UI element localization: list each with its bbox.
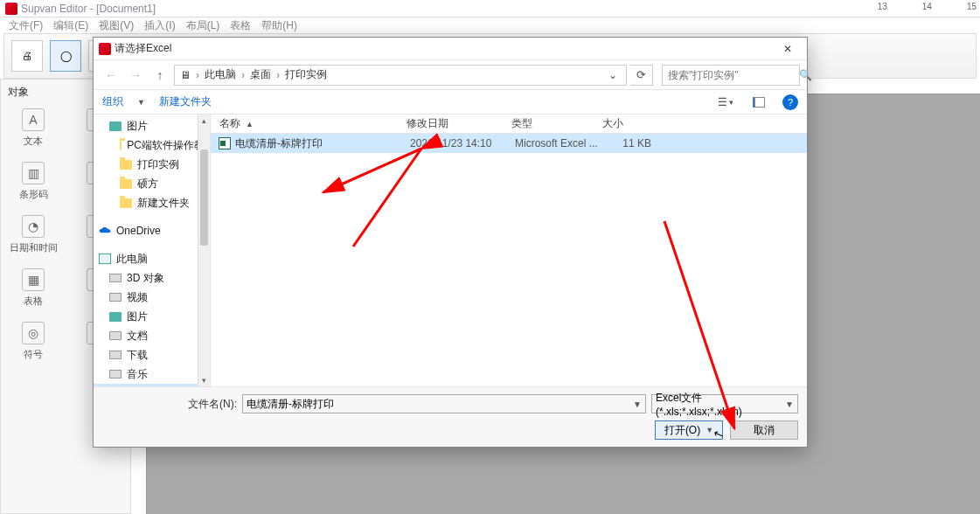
organize-menu[interactable]: 组织 <box>102 94 123 109</box>
tree-label: 图片 <box>127 309 148 324</box>
tree-scrollbar[interactable]: ▴ ▾ <box>198 115 210 386</box>
tool-label: 文本 <box>24 135 43 148</box>
folder-icon <box>120 179 132 189</box>
filename-input[interactable]: 电缆清册-标牌打印▼ <box>242 394 646 413</box>
file-list[interactable]: 电缆清册-标牌打印 2021/11/23 14:10 Microsoft Exc… <box>211 134 807 386</box>
breadcrumb-item[interactable]: 打印实例 <box>285 67 327 82</box>
tree-item[interactable]: 新建文件夹 <box>94 193 210 212</box>
tool-label: 符号 <box>24 348 43 361</box>
cursor-icon: ↖ <box>712 425 726 441</box>
tool-label: 表格 <box>24 295 43 308</box>
chevron-down-icon[interactable]: ▼ <box>633 399 642 409</box>
dialog-titlebar[interactable]: 请选择Excel ✕ <box>94 38 807 60</box>
tree-item[interactable]: 图片 <box>94 307 210 326</box>
tree-label: 图片 <box>127 119 148 134</box>
tree-item[interactable]: 硕方 <box>94 174 210 193</box>
app-title: Supvan Editor - [Document1] <box>21 3 156 15</box>
tree-label: 视频 <box>127 290 148 305</box>
editor-menubar[interactable]: 文件(F)编辑(E)视图(V)插入(I)布局(L)表格帮助(H) <box>0 17 980 33</box>
tool-item[interactable]: ◔日期和时间 <box>1 208 66 261</box>
file-name: 电缆清册-标牌打印 <box>235 136 410 151</box>
nav-forward-icon[interactable]: → <box>125 65 146 86</box>
menu-item[interactable]: 布局(L) <box>183 18 224 33</box>
tree-item[interactable]: OneDrive <box>94 221 210 240</box>
tool-icon: A <box>22 108 45 131</box>
tree-item[interactable]: 视频 <box>94 288 210 307</box>
tree-item[interactable]: 此电脑 <box>94 249 210 268</box>
drive-icon <box>109 274 122 282</box>
breadcrumb-item[interactable]: 此电脑 <box>205 67 236 82</box>
app-logo-icon <box>5 3 17 15</box>
tree-item[interactable]: 文档 <box>94 326 210 345</box>
tree-item[interactable]: 桌面 <box>94 384 210 386</box>
file-type-filter[interactable]: Excel文件(*.xls;*.xlsx;*.xlsm)▼ <box>651 394 798 413</box>
file-open-dialog: 请选择Excel ✕ ← → ↑ 🖥›此电脑›桌面›打印实例⌄ ⟳ 🔍 组织 ▼… <box>93 37 808 448</box>
tree-item[interactable]: 下载 <box>94 345 210 365</box>
toolbar-print-icon[interactable]: 🖨 <box>11 40 43 72</box>
col-name[interactable]: 名称▲ <box>216 116 407 131</box>
chevron-down-icon[interactable]: ⌄ <box>605 69 621 81</box>
tool-item[interactable]: ▦表格 <box>1 261 66 315</box>
folder-icon <box>120 198 132 208</box>
view-mode-icon[interactable]: ☰▾ <box>716 94 735 110</box>
nav-up-icon[interactable]: ↑ <box>149 65 170 86</box>
scroll-thumb[interactable] <box>200 149 208 246</box>
tool-item[interactable]: A文本 <box>1 101 66 155</box>
tree-label: 下载 <box>127 348 148 363</box>
close-icon[interactable]: ✕ <box>774 40 802 58</box>
chevron-down-icon[interactable]: ▼ <box>785 399 794 409</box>
toolbar-camera-icon[interactable]: ◯ <box>50 40 81 72</box>
tree-label: 新建文件夹 <box>137 196 190 211</box>
menu-item[interactable]: 表格 <box>226 18 254 33</box>
preview-pane-icon[interactable] <box>749 94 768 110</box>
folder-tree[interactable]: 图片PC端软件操作教打印实例硕方新建文件夹OneDrive此电脑3D 对象视频图… <box>94 115 211 386</box>
file-date: 2021/11/23 14:10 <box>410 137 515 149</box>
drive-icon <box>109 331 122 340</box>
tool-item[interactable]: ◎符号 <box>1 315 66 368</box>
menu-item[interactable]: 帮助(H) <box>258 18 301 33</box>
tree-item[interactable]: 3D 对象 <box>94 268 210 288</box>
col-date[interactable]: 修改日期 <box>407 116 511 131</box>
col-type[interactable]: 类型 <box>511 116 602 131</box>
scroll-down-icon[interactable]: ▾ <box>198 374 210 386</box>
help-icon[interactable]: ? <box>782 94 798 110</box>
sort-asc-icon: ▲ <box>246 120 254 128</box>
column-headers[interactable]: 名称▲ 修改日期 类型 大小 <box>211 115 807 134</box>
tree-label: 3D 对象 <box>127 271 164 286</box>
file-size: 11 KB <box>606 137 658 149</box>
breadcrumb-item[interactable]: 桌面 <box>250 67 271 82</box>
nav-back-icon[interactable]: ← <box>101 65 122 86</box>
tree-label: 打印实例 <box>137 157 179 172</box>
menu-item[interactable]: 文件(F) <box>5 18 46 33</box>
tree-label: PC端软件操作教 <box>127 138 205 153</box>
excel-file-icon <box>218 136 232 150</box>
col-size[interactable]: 大小 <box>602 116 655 131</box>
menu-item[interactable]: 视图(V) <box>95 18 137 33</box>
tree-item[interactable]: 打印实例 <box>94 155 210 174</box>
scroll-up-icon[interactable]: ▴ <box>198 115 210 127</box>
pc-icon <box>99 254 111 264</box>
dialog-logo-icon <box>99 43 111 55</box>
cancel-button[interactable]: 取消 <box>730 420 798 440</box>
file-row[interactable]: 电缆清册-标牌打印 2021/11/23 14:10 Microsoft Exc… <box>211 134 807 153</box>
search-box[interactable]: 🔍 <box>662 65 800 86</box>
tool-label: 条形码 <box>19 188 48 201</box>
tool-item[interactable]: ▥条形码 <box>1 155 66 208</box>
search-icon[interactable]: 🔍 <box>799 69 812 81</box>
new-folder-button[interactable]: 新建文件夹 <box>159 94 212 109</box>
chevron-down-icon[interactable]: ▼ <box>137 98 145 107</box>
picture-icon <box>109 312 122 322</box>
refresh-icon[interactable]: ⟳ <box>630 65 653 86</box>
tree-label: 音乐 <box>127 367 148 382</box>
open-button[interactable]: 打开(O) ▼ ↖ <box>655 420 723 440</box>
tree-item[interactable]: PC端软件操作教 <box>94 135 210 155</box>
filename-label: 文件名(N): <box>102 397 237 412</box>
dialog-title: 请选择Excel <box>115 41 774 56</box>
menu-item[interactable]: 编辑(E) <box>50 18 92 33</box>
search-input[interactable] <box>668 69 799 81</box>
tree-item[interactable]: 图片 <box>94 116 210 135</box>
breadcrumb[interactable]: 🖥›此电脑›桌面›打印实例⌄ <box>174 65 627 86</box>
tree-label: 此电脑 <box>116 252 148 267</box>
menu-item[interactable]: 插入(I) <box>141 18 178 33</box>
tree-item[interactable]: 音乐 <box>94 365 210 384</box>
